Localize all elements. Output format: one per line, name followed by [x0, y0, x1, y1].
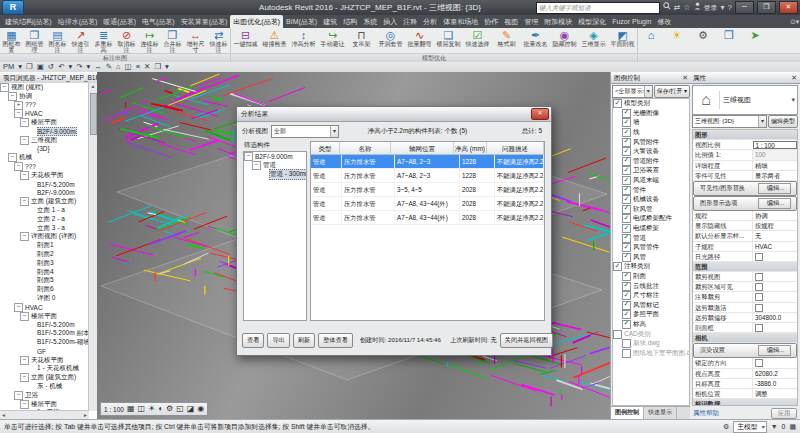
ribbon-tab[interactable]: 插入 — [380, 15, 400, 28]
filter-icon[interactable]: ▼ — [771, 423, 778, 430]
tree-expander-icon[interactable]: − — [20, 373, 29, 382]
checkbox-icon[interactable] — [622, 128, 631, 137]
category-checkbox-item[interactable]: 新块.dwg — [613, 339, 689, 349]
qat-dropdown-icon[interactable]: ▾ — [18, 62, 22, 72]
property-row[interactable]: 剖面框 — [693, 323, 797, 333]
tree-item[interactable]: 管道 - 300mm — [244, 170, 306, 179]
exchange-apps-icon[interactable]: ⇄ — [674, 2, 681, 13]
checkbox-icon[interactable] — [622, 234, 631, 243]
tree-item[interactable]: 剖面6 — [0, 285, 89, 294]
favorites-star-icon[interactable]: ☆ — [683, 2, 690, 13]
tree-item[interactable]: 立面 3 - a — [0, 224, 89, 233]
table-row[interactable]: 管道 压力排水管 A7~A8, 2~3 1228 不能满足净高2.2m — [311, 155, 544, 169]
dialog-button[interactable]: 查看 — [242, 333, 264, 348]
tree-item[interactable]: 立面 1 - a — [0, 206, 89, 215]
ribbon-button[interactable]: ▤ 图名标注 — [46, 29, 69, 53]
ribbon-button[interactable]: ➤ — [742, 29, 768, 53]
ribbon-button[interactable]: ❒ 合并标注 — [161, 29, 184, 53]
rendering-dialog-icon[interactable]: ⚙ — [166, 403, 173, 415]
tree-item[interactable]: B1F/-5.200m 副本 : — [0, 329, 89, 338]
category-checkbox-item[interactable]: 风管 — [613, 253, 689, 263]
property-row[interactable]: 目标高度 -3886.0 — [693, 379, 797, 389]
reveal-hidden-elements-icon[interactable]: ◉ — [197, 403, 204, 415]
ribbon-button[interactable]: ◉ 隐藏控制 — [550, 29, 579, 53]
browser-hscrollbar[interactable]: ◄► — [0, 410, 89, 419]
help-search-input[interactable]: 键入关键字或短语 — [536, 2, 660, 14]
tree-expander-icon[interactable]: − — [14, 303, 23, 312]
measure-icon[interactable]: ↔ — [94, 62, 102, 72]
tree-expander-icon[interactable]: − — [14, 391, 23, 400]
category-checkbox-item[interactable]: 图纸地下室平面图.dwg — [613, 348, 689, 358]
active-workset-select[interactable]: 主模型 — [733, 421, 766, 433]
ribbon-button[interactable]: ≣ 多重标高 — [92, 29, 115, 53]
thin-lines-icon[interactable]: ≡ — [136, 62, 140, 72]
undo-dropdown-icon[interactable]: ▾ — [68, 62, 72, 72]
checkbox-icon[interactable] — [622, 243, 631, 252]
panel-tab[interactable]: 快速显示 — [644, 407, 677, 419]
checkbox-icon[interactable] — [622, 147, 631, 156]
ribbon-tab[interactable]: BIM(品茗) — [283, 15, 320, 28]
ribbon-tab[interactable]: 模型深化 — [575, 15, 609, 28]
tree-expander-icon[interactable]: − — [20, 400, 29, 409]
category-checkbox-item[interactable]: 风管管件 — [613, 243, 689, 253]
checkbox-icon[interactable] — [613, 99, 622, 108]
dialog-button[interactable]: 整体查看 — [318, 333, 353, 348]
category-checkbox-item[interactable]: 电缆桥架 — [613, 224, 689, 234]
tree-item[interactable]: − 楼层平面 — [0, 118, 89, 127]
category-checkbox-item[interactable]: 墙 — [613, 118, 689, 128]
ribbon-tab[interactable]: 体量和场地 — [440, 15, 481, 28]
sun-path-icon[interactable]: ☀ — [148, 403, 155, 415]
tree-expander-icon[interactable]: − — [0, 83, 9, 92]
dialog-title-bar[interactable]: 分析结果 ✕ — [237, 107, 551, 122]
tree-expander-icon[interactable]: − — [244, 152, 253, 161]
category-checkbox-item[interactable]: 火警设备 — [613, 147, 689, 157]
ribbon-tab[interactable]: 修改 — [654, 15, 674, 28]
property-row[interactable]: 相机位置 调整 — [693, 389, 797, 399]
ribbon-tab[interactable]: 协作 — [481, 15, 501, 28]
tree-item[interactable]: − B2F/-9.000m — [244, 152, 306, 161]
ribbon-tab[interactable]: 建筑 — [320, 15, 340, 28]
ribbon-tab[interactable]: Fuzor Plugin — [609, 15, 654, 28]
tree-item[interactable]: − 立面 (建筑立面) — [0, 373, 89, 382]
ribbon-button[interactable]: ❏ 楼层复制 — [434, 29, 463, 53]
analysis-view-combobox[interactable]: 全部 — [271, 125, 339, 138]
checkbox-icon[interactable] — [622, 282, 631, 291]
category-checkbox-item[interactable]: 光栅图像 — [613, 109, 689, 119]
property-row[interactable]: 零件可见性 显示两者 — [693, 171, 797, 181]
close-icon[interactable]: ✕ — [682, 72, 688, 83]
property-row[interactable]: 比例值 1: 100 — [693, 150, 797, 160]
undo-icon[interactable]: ↶ — [58, 62, 64, 72]
ribbon-tab[interactable]: 电气(品茗) — [139, 15, 178, 28]
text-icon[interactable]: ✎ — [106, 62, 112, 72]
property-row[interactable]: 详细程度 精细 — [693, 161, 797, 171]
worksharing-icon[interactable]: ⚙ — [723, 423, 729, 431]
property-row[interactable]: 范围 — [693, 262, 797, 272]
ribbon-button[interactable]: ❐ 图纸管理 — [23, 29, 46, 53]
ribbon-tab[interactable]: 视图 — [501, 15, 521, 28]
tree-item[interactable]: 详图 0 — [0, 294, 89, 303]
category-checkbox-item[interactable]: 尺寸标注 — [613, 291, 689, 301]
ribbon-button[interactable]: ⇄ 快速标注 — [207, 29, 230, 53]
shadows-icon[interactable]: ◐ — [158, 403, 163, 415]
checkbox-icon[interactable] — [622, 205, 631, 214]
tree-expander-icon[interactable]: − — [20, 356, 29, 365]
tree-item[interactable]: B2F/-9.000m — [0, 127, 89, 136]
tree-item[interactable]: − 天花板平面 — [0, 356, 89, 365]
ribbon-button[interactable]: ◈ 三维显示 — [579, 29, 608, 53]
ribbon-button[interactable]: ↪ 手动避让 — [318, 29, 347, 53]
browser-vscrollbar[interactable]: ▲ — [88, 83, 97, 411]
checkbox-icon[interactable] — [622, 138, 631, 147]
checkbox-icon[interactable] — [622, 186, 631, 195]
tree-item[interactable]: 剖面5 — [0, 277, 89, 286]
qat-customize-icon[interactable]: ▾ — [165, 62, 169, 72]
tree-item[interactable]: 1 - 天花板机械 — [0, 365, 89, 374]
checkbox-icon[interactable] — [622, 118, 631, 127]
ribbon-tab[interactable]: 暖通(品茗) — [100, 15, 139, 28]
minimize-button[interactable]: ─ — [735, 1, 754, 14]
ribbon-button[interactable]: ↕ 净高分析 — [289, 29, 318, 53]
category-checkbox-item[interactable]: 线 — [613, 128, 689, 138]
close-return-view-button[interactable]: 关闭并返回视图 — [500, 333, 553, 348]
signin-dropdown-icon[interactable]: ▾ — [721, 2, 725, 13]
save-open-button[interactable]: 保存/打开 ▾ — [654, 85, 690, 98]
tree-item[interactable]: − 协调 — [0, 92, 89, 101]
